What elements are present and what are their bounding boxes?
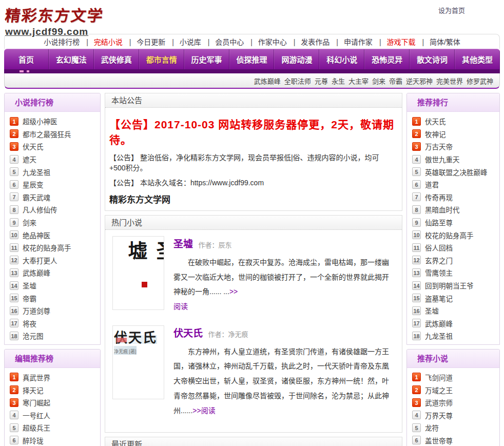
main-nav-item[interactable]: 网游动漫 — [274, 49, 319, 69]
rank-list-item[interactable]: 10 校花的贴身高手 — [412, 228, 495, 241]
rank-list-item[interactable]: 15 盗墓笔记 — [412, 292, 495, 304]
rank-item-label[interactable]: 盖世帝尊 — [425, 435, 453, 445]
top-nav-link[interactable]: 简体/繁体 — [416, 36, 461, 47]
main-nav-item[interactable]: 玄幻魔法 — [49, 49, 94, 69]
rank-list-item[interactable]: 7 传奇再现 — [412, 191, 495, 204]
hot-novel-link[interactable]: 元尊 — [315, 76, 328, 86]
rank-item-label[interactable]: 遮天 — [23, 154, 36, 164]
rank-list-item[interactable]: 13 武炼巅峰 — [10, 266, 96, 279]
rank-item-label[interactable]: 圣墟 — [23, 280, 36, 290]
rank-item-label[interactable]: 伏天氏 — [425, 116, 446, 126]
rank-list-item[interactable]: 12 玄界之门 — [412, 254, 495, 267]
more-arrow-link[interactable]: >> — [192, 406, 201, 415]
rank-item-label[interactable]: 英雄联盟之决胜巅峰 — [425, 167, 488, 177]
rank-list-item[interactable]: 6 醉玲珑 — [10, 434, 96, 446]
rank-item-label[interactable]: 一号红人 — [23, 410, 50, 420]
hot-novel-link[interactable]: 大主宰 — [348, 76, 369, 86]
rank-list-item[interactable]: 14 回到明朝当王爷 — [412, 279, 495, 292]
rank-list-item[interactable]: 15 帝霸 — [10, 292, 96, 304]
rank-item-label[interactable]: 万界天尊 — [425, 410, 453, 420]
hot-novel-link[interactable]: 武炼巅峰 — [254, 76, 281, 86]
book-cover[interactable]: 伏天氏 净无痕 [著] — [112, 325, 164, 399]
top-nav-link[interactable]: 发表作品 — [288, 36, 331, 47]
top-nav-link[interactable]: 会员中心 — [202, 36, 245, 47]
rank-item-label[interactable]: 校花的贴身高手 — [23, 242, 71, 253]
rank-item-label[interactable]: 超级小神医 — [23, 116, 57, 126]
rank-list-item[interactable]: 2 牧神记 — [412, 128, 495, 141]
rank-item-label[interactable]: 万道剑尊 — [23, 305, 50, 316]
main-nav-item[interactable]: 历史军事 — [184, 49, 229, 69]
rank-list-item[interactable]: 18 沧元图 — [10, 329, 96, 342]
rank-item-label[interactable]: 傲世九重天 — [425, 154, 460, 164]
main-nav-item[interactable]: 都市言情 — [139, 49, 184, 69]
rank-item-label[interactable]: 龙符 — [425, 422, 439, 433]
hot-novel-link[interactable]: 帝霸 — [389, 76, 402, 86]
rank-item-label[interactable]: 真武世界 — [23, 372, 50, 382]
rank-list-item[interactable]: 3 寒门崛起 — [10, 396, 96, 409]
hot-novel-link[interactable]: 剑来 — [372, 76, 385, 86]
rank-item-label[interactable]: 万域之王 — [425, 385, 453, 395]
main-nav-item[interactable]: 武侠修真 — [94, 49, 139, 69]
rank-list-item[interactable]: 4 一号红人 — [10, 409, 96, 421]
rank-list-item[interactable]: 6 星辰变 — [10, 178, 96, 191]
set-homepage-link[interactable]: 设为首页 — [438, 5, 465, 15]
rank-list-item[interactable]: 4 万界天尊 — [412, 409, 495, 421]
site-logo[interactable]: 精彩东方文学 www.jcdf99.com — [5, 3, 104, 37]
rank-item-label[interactable]: 飞剑问道 — [425, 372, 453, 382]
top-nav-link[interactable]: 小说库 — [166, 36, 202, 47]
rank-item-label[interactable]: 道君 — [425, 179, 439, 189]
rank-list-item[interactable]: 5 超级兵王 — [10, 421, 96, 434]
rank-list-item[interactable]: 6 道君 — [412, 178, 495, 191]
rank-item-label[interactable]: 九龙圣祖 — [425, 331, 453, 341]
rank-list-item[interactable]: 12 大奉打更人 — [10, 254, 96, 267]
rank-list-item[interactable]: 3 武道宗师 — [412, 396, 495, 409]
rank-list-item[interactable]: 18 九龙圣祖 — [412, 329, 495, 342]
rank-item-label[interactable]: 剑来 — [23, 217, 36, 227]
rank-item-label[interactable]: 武炼巅峰 — [23, 267, 50, 278]
main-nav-item[interactable]: 恐怖灵异 — [364, 49, 410, 69]
rank-list-item[interactable]: 5 九龙圣祖 — [10, 165, 96, 178]
rank-list-item[interactable]: 5 英雄联盟之决胜巅峰 — [412, 165, 495, 178]
rank-item-label[interactable]: 帝霸 — [23, 293, 36, 303]
rank-item-label[interactable]: 大奉打更人 — [23, 255, 57, 265]
rank-list-item[interactable]: 4 傲世九重天 — [412, 153, 495, 166]
rank-item-label[interactable]: 霸天武魂 — [23, 192, 50, 202]
rank-item-label[interactable]: 校花的贴身高手 — [425, 230, 474, 240]
rank-item-label[interactable]: 伏天氏 — [23, 141, 44, 151]
hot-novel-link[interactable]: 永生 — [332, 76, 345, 86]
main-nav-item[interactable]: 其他类型 — [455, 49, 500, 69]
main-nav-item[interactable]: 散文诗词 — [410, 49, 455, 69]
rank-item-label[interactable]: 都市之最强狂兵 — [23, 129, 71, 139]
rank-item-label[interactable]: 沧元图 — [23, 331, 44, 341]
rank-list-item[interactable]: 2 择天记 — [10, 383, 96, 396]
rank-item-label[interactable]: 武道宗师 — [425, 397, 453, 408]
rank-list-item[interactable]: 17 武炼巅峰 — [412, 317, 495, 330]
rank-list-item[interactable]: 3 伏天氏 — [10, 140, 96, 153]
rank-list-item[interactable]: 7 霸天武魂 — [10, 191, 96, 204]
rank-list-item[interactable]: 8 凡人修仙传 — [10, 203, 96, 216]
rank-item-label[interactable]: 雪鹰领主 — [425, 267, 453, 278]
hot-novel-link[interactable]: 逆天邪神 — [406, 76, 433, 86]
rank-list-item[interactable]: 8 黑暗血时代 — [412, 203, 495, 216]
rank-list-item[interactable]: 17 将夜 — [10, 317, 96, 330]
book-title-link[interactable]: 圣墟 — [173, 239, 193, 249]
rank-list-item[interactable]: 16 圣墟 — [412, 304, 495, 317]
main-nav-item[interactable]: 侦探推理 — [229, 49, 275, 69]
rank-list-item[interactable]: 5 龙符 — [412, 421, 495, 434]
rank-item-label[interactable]: 圣墟 — [425, 305, 439, 316]
rank-list-item[interactable]: 16 万道剑尊 — [10, 304, 96, 317]
hot-novel-link[interactable]: 全职法师 — [284, 76, 311, 86]
rank-item-label[interactable]: 超级兵王 — [23, 422, 50, 433]
rank-list-item[interactable]: 1 真武世界 — [10, 371, 96, 384]
rank-item-label[interactable]: 择天记 — [23, 385, 44, 395]
rank-item-label[interactable]: 黑暗血时代 — [425, 204, 460, 215]
rank-item-label[interactable]: 将夜 — [23, 318, 36, 328]
hot-novel-link[interactable]: 修罗武神 — [467, 76, 493, 86]
rank-item-label[interactable]: 传奇再现 — [425, 192, 453, 202]
book-cover[interactable]: 圣墟 辰东 — [112, 236, 164, 310]
rank-list-item[interactable]: 6 盖世帝尊 — [412, 434, 495, 446]
top-nav-link[interactable]: 作家中心 — [245, 36, 288, 47]
rank-item-label[interactable]: 九龙圣祖 — [23, 167, 50, 177]
rank-list-item[interactable]: 10 绝品神医 — [10, 228, 96, 241]
rank-list-item[interactable]: 14 圣墟 — [10, 279, 96, 292]
